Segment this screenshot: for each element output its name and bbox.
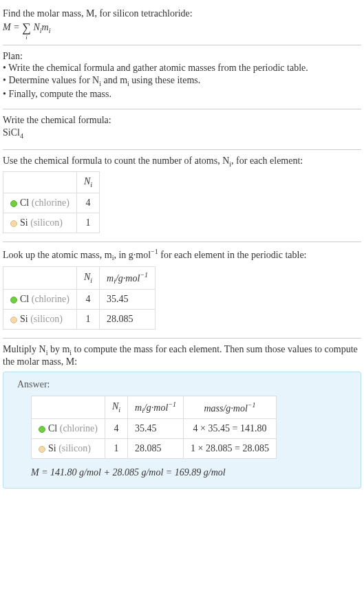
sum-index: i [25,34,28,41]
chem-sub: 4 [20,132,23,140]
mass-cell: 4 × 35.45 = 141.80 [184,419,277,439]
answer-box: Answer: Ni mi/g·mol−1 mass/g·mol−1 Cl (c… [3,372,361,489]
formula-rhs: N [31,22,40,32]
formula-lhs: M = [3,22,22,32]
ni-h: N [84,272,90,282]
element-cell: Si (silicon) [3,310,77,330]
answer-section: Multiply Ni by mi to compute the mass fo… [3,341,361,497]
formula-rhs2: m [42,22,49,32]
plan-b2a: • Determine values for N [3,75,99,85]
mi-hsup: −1 [140,271,148,279]
ni-h: N [84,176,90,186]
ni-hs: i [90,181,92,189]
cl-dot-icon [10,297,17,303]
mi-cell: 28.085 [128,439,184,459]
table-row: Si (silicon) 1 [3,213,100,233]
table-row: Cl (chlorine) 4 35.45 [3,290,156,310]
mi-cell: 35.45 [100,290,156,310]
chem-base: SiCl [3,127,20,138]
ni-cell: 1 [76,310,99,330]
elem-name: (silicon) [30,217,63,228]
table-row: Si (silicon) 1 28.085 1 × 28.085 = 28.08… [32,439,277,459]
mi-h: m [135,403,142,413]
ni-cell: 4 [76,290,99,310]
elem-sym: Cl [20,294,29,304]
cl-dot-icon [10,200,17,207]
mult-ha: Multiply N [3,344,46,354]
element-cell: Cl (chlorine) [32,419,105,439]
count-section: Use the chemical formula to count the nu… [3,153,361,243]
si-dot-icon [39,446,45,453]
table-header-row: Ni [3,172,100,193]
answer-result: M = 141.80 g/mol + 28.085 g/mol = 169.89… [31,467,347,478]
ni-hs: i [90,277,92,284]
lookup-hc: for each element in the periodic table: [158,250,307,260]
mass-hsup: −1 [248,401,256,409]
intro-formula: M = ∑i Nimi [3,19,361,36]
chem-formula: SiCl4 [3,126,361,141]
mass-header: mass/g·mol−1 [184,396,277,418]
plan-heading: Plan: [3,51,361,62]
elem-sym: Si [20,314,28,324]
plan-section: Plan: • Write the chemical formula and g… [3,48,361,109]
empty-header [3,266,77,289]
mi-cell: 28.085 [100,310,156,330]
elem-name: (silicon) [58,443,91,453]
count-table: Ni Cl (chlorine) 4 Si (silicon) 1 [3,171,100,233]
si-dot-icon [10,220,17,227]
answer-table: Ni mi/g·mol−1 mass/g·mol−1 Cl (chlorine)… [31,396,277,459]
mi-hu: /g·mol [144,403,168,413]
lookup-hb: , in g·mol [114,250,151,260]
count-heading: Use the chemical formula to count the nu… [3,156,361,168]
mi-h: m [107,272,114,283]
mult-hb: by m [47,344,69,354]
mi-header: mi/g·mol−1 [100,266,156,289]
elem-name: (chlorine) [32,197,69,208]
plan-bullet2: • Determine values for Ni and mi using t… [3,74,361,88]
answer-label: Answer: [17,379,347,390]
ni-cell: 1 [105,439,127,459]
ni-cell: 4 [105,419,127,439]
table-header-row: Ni mi/g·mol−1 mass/g·mol−1 [32,396,277,418]
elem-name: (silicon) [30,314,63,324]
table-header-row: Ni mi/g·mol−1 [3,266,156,289]
elem-sym: Cl [20,197,29,208]
element-cell: Si (silicon) [3,213,77,233]
multiply-heading: Multiply Ni by mi to compute the mass fo… [3,344,361,367]
lookup-ha: Look up the atomic mass, m [3,250,112,260]
si-dot-icon [10,317,17,323]
element-cell: Si (silicon) [32,439,105,459]
chem-section: Write the chemical formula: SiCl4 [3,112,361,150]
chem-heading: Write the chemical formula: [3,115,361,126]
cl-dot-icon [39,426,45,433]
elem-name: (chlorine) [60,423,98,433]
element-cell: Cl (chlorine) [3,290,77,310]
lookup-section: Look up the atomic mass, mi, in g·mol−1 … [3,245,361,339]
count-hb: , for each element: [231,156,303,166]
ni-cell: 1 [76,213,99,233]
intro-line1: Find the molar mass, M, for silicon tetr… [3,8,193,19]
lookup-heading: Look up the atomic mass, mi, in g·mol−1 … [3,248,361,261]
table-row: Si (silicon) 1 28.085 [3,310,156,330]
elem-sym: Si [48,443,56,453]
empty-header [3,172,77,193]
lookup-table: Ni mi/g·mol−1 Cl (chlorine) 4 35.45 Si (… [3,266,156,330]
sum-symbol: ∑i [22,21,31,35]
formula-sub2: i [49,27,51,34]
elem-sym: Si [20,217,28,228]
table-row: Cl (chlorine) 4 35.45 4 × 35.45 = 141.80 [32,419,277,439]
ni-header: Ni [76,266,99,289]
plan-bullet3: • Finally, compute the mass. [3,88,361,100]
mi-cell: 35.45 [128,419,184,439]
mass-cell: 1 × 28.085 = 28.085 [184,439,277,459]
table-row: Cl (chlorine) 4 [3,193,100,213]
ni-header: Ni [76,172,99,193]
mi-header: mi/g·mol−1 [128,396,184,418]
plan-b2c: using these items. [129,75,200,85]
ni-hs: i [118,406,120,414]
ni-cell: 4 [76,193,99,213]
intro-section: Find the molar mass, M, for silicon tetr… [3,6,361,45]
lookup-hsup: −1 [151,248,158,255]
ni-h: N [112,401,118,411]
empty-header [32,396,105,418]
